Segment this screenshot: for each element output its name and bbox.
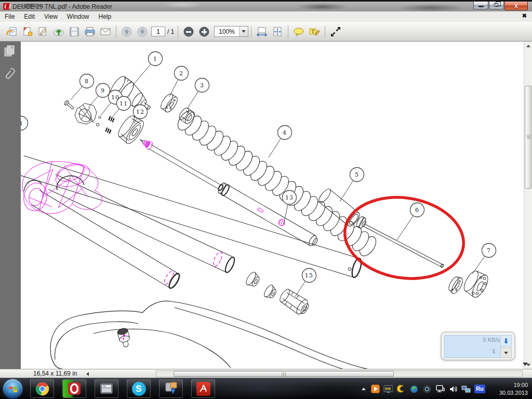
popup-caret-icon[interactable] bbox=[523, 363, 528, 366]
collapse-pane-icon[interactable] bbox=[86, 372, 89, 376]
zoom-in-button[interactable] bbox=[196, 24, 212, 39]
page-thumbnails-icon[interactable] bbox=[5, 46, 14, 56]
file-manager-icon bbox=[100, 382, 113, 395]
lockout-lever-part9 bbox=[75, 103, 97, 124]
pdf-page[interactable]: 12389101112451367154 bbox=[21, 42, 524, 369]
minimize-button[interactable] bbox=[473, 2, 488, 9]
horizontal-scrollbar[interactable] bbox=[156, 370, 523, 377]
document-workspace: 12389101112451367154 5 KB/s ⬇ ⬇ bbox=[0, 42, 532, 369]
part-balloon-2: 2 bbox=[169, 66, 189, 97]
next-page-button[interactable] bbox=[135, 24, 150, 39]
scroll-up-button[interactable] bbox=[524, 42, 532, 50]
taskbar-adobe-reader-button[interactable] bbox=[191, 379, 215, 398]
detent-ball-part10 bbox=[99, 116, 101, 118]
zoom-in-icon bbox=[199, 26, 209, 37]
menu-view[interactable]: View bbox=[39, 12, 62, 21]
cloud-upload-button[interactable] bbox=[51, 24, 66, 39]
comment-bubble-icon bbox=[293, 27, 304, 36]
part-balloon-4: 4 bbox=[21, 116, 28, 130]
open-button[interactable] bbox=[4, 24, 20, 39]
tray-date: 30.03.2013 bbox=[488, 389, 528, 397]
tray-punto-icon[interactable] bbox=[396, 384, 406, 394]
vertical-scroll-thumb[interactable] bbox=[525, 86, 531, 189]
taskbar-chrome-button[interactable] bbox=[30, 379, 54, 398]
fit-page-button[interactable] bbox=[270, 24, 285, 39]
horizontal-scroll-thumb[interactable] bbox=[174, 371, 394, 377]
print-button[interactable] bbox=[82, 24, 98, 39]
tray-cpu-meter-icon[interactable]: 99 bbox=[383, 384, 393, 394]
close-icon: x bbox=[505, 2, 527, 10]
part-balloon-1: 1 bbox=[132, 52, 163, 87]
ghost-download-icon: ⬇ bbox=[491, 348, 497, 355]
svg-text:5: 5 bbox=[355, 171, 359, 178]
fullscreen-button[interactable] bbox=[328, 24, 343, 39]
tray-network-icon[interactable] bbox=[435, 384, 445, 394]
close-document-icon[interactable]: ✖ bbox=[522, 12, 527, 19]
tray-clock[interactable]: 19:00 30.03.2013 bbox=[488, 381, 532, 397]
part-balloon-5: 5 bbox=[340, 168, 364, 202]
show-hidden-icons-button[interactable] bbox=[360, 388, 367, 390]
part-balloon-4: 4 bbox=[269, 126, 292, 158]
download-drop-popup[interactable]: 5 KB/s ⬇ ⬇ bbox=[441, 331, 515, 361]
tray-volume-icon[interactable] bbox=[448, 384, 458, 394]
download-drop-zone[interactable]: 5 KB/s ⬇ bbox=[444, 335, 501, 358]
zoom-level-control[interactable]: 100% bbox=[214, 26, 248, 37]
zoom-out-button[interactable] bbox=[181, 24, 196, 39]
restore-button[interactable] bbox=[489, 2, 504, 9]
download-menu-button[interactable] bbox=[500, 348, 512, 358]
opera-icon bbox=[68, 382, 81, 395]
page-number-input[interactable] bbox=[151, 26, 165, 36]
cone-washer-2 bbox=[262, 284, 278, 301]
tray-globe-icon[interactable] bbox=[409, 384, 419, 394]
sign-document-button[interactable] bbox=[35, 24, 51, 39]
zoom-dropdown-button[interactable] bbox=[239, 26, 248, 36]
sign-document-icon bbox=[37, 26, 49, 37]
fit-width-button[interactable] bbox=[254, 24, 270, 39]
language-indicator[interactable]: Ru bbox=[474, 384, 485, 393]
comment-bubble-button[interactable] bbox=[291, 24, 307, 39]
taskbar-skype-button[interactable]: S bbox=[127, 379, 151, 398]
menu-help[interactable]: Help bbox=[94, 12, 116, 21]
svg-text:11: 11 bbox=[119, 100, 128, 107]
email-button[interactable] bbox=[98, 24, 113, 39]
fit-page-icon bbox=[272, 26, 283, 37]
start-button[interactable] bbox=[3, 379, 22, 398]
email-icon bbox=[100, 27, 111, 36]
adjuster-tip bbox=[138, 136, 154, 150]
taskbar-file-manager-button[interactable] bbox=[95, 379, 118, 398]
svg-text:12: 12 bbox=[136, 109, 144, 115]
part-balloon-15: 15 bbox=[295, 269, 316, 297]
adobe-reader-icon bbox=[196, 382, 210, 396]
menu-bar: File Edit View Window Help ✖ bbox=[0, 11, 532, 22]
previous-page-button[interactable] bbox=[119, 24, 135, 39]
close-button[interactable]: x bbox=[504, 2, 528, 10]
title-bar[interactable]: DEUCE 29 TNL.pdf - Adobe Reader x bbox=[0, 2, 532, 11]
tray-camera-icon[interactable] bbox=[422, 384, 432, 394]
chevron-down-icon bbox=[504, 352, 508, 354]
fork-lowers-outline bbox=[50, 301, 369, 369]
menu-window[interactable]: Window bbox=[62, 12, 94, 21]
top-cap-part2 bbox=[159, 92, 180, 114]
highlight-text-button[interactable]: T bbox=[307, 24, 322, 39]
vertical-scrollbar[interactable] bbox=[524, 42, 532, 369]
create-pdf-button[interactable] bbox=[20, 24, 35, 39]
tray-time: 19:00 bbox=[488, 381, 528, 389]
taskbar-opera-button[interactable] bbox=[62, 379, 86, 398]
status-bar: 16,54 x 11,69 in bbox=[0, 369, 532, 378]
restore-icon bbox=[494, 3, 498, 7]
create-pdf-icon bbox=[22, 26, 33, 37]
taskbar: S 99 bbox=[0, 378, 532, 399]
menu-file[interactable]: File bbox=[0, 12, 19, 21]
tray-download-manager-icon[interactable] bbox=[370, 384, 380, 394]
taskbar-download-manager-button[interactable] bbox=[159, 379, 183, 398]
svg-text:4: 4 bbox=[21, 120, 23, 127]
save-button[interactable] bbox=[66, 24, 82, 39]
svg-text:99: 99 bbox=[385, 386, 391, 391]
highlight-text-icon: T bbox=[309, 27, 320, 36]
svg-text:4: 4 bbox=[283, 129, 287, 136]
detent-spring-part11 bbox=[105, 116, 115, 134]
tray-lan-computers-icon[interactable] bbox=[461, 384, 471, 394]
attachments-paperclip-icon[interactable] bbox=[5, 68, 15, 79]
download-arrow-button[interactable]: ⬇ bbox=[500, 335, 512, 347]
menu-edit[interactable]: Edit bbox=[19, 12, 39, 21]
